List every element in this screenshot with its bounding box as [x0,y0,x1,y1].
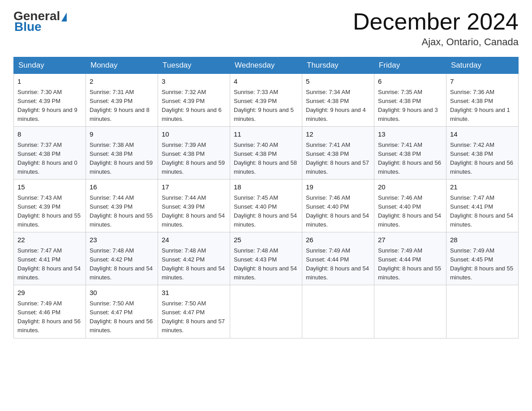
day-number: 6 [378,77,442,87]
calendar-day-cell: 3 Sunrise: 7:32 AMSunset: 4:39 PMDayligh… [158,74,230,127]
day-number: 27 [378,235,442,245]
day-info: Sunrise: 7:41 AMSunset: 4:38 PMDaylight:… [378,141,441,175]
day-info: Sunrise: 7:37 AMSunset: 4:38 PMDaylight:… [17,141,77,175]
day-info: Sunrise: 7:42 AMSunset: 4:38 PMDaylight:… [450,141,513,175]
day-number: 9 [90,129,154,140]
day-number: 11 [234,129,298,140]
day-info: Sunrise: 7:31 AMSunset: 4:39 PMDaylight:… [90,89,150,122]
day-number: 14 [450,129,515,140]
calendar-day-cell: 15 Sunrise: 7:43 AMSunset: 4:39 PMDaylig… [14,180,86,232]
calendar-day-cell: 22 Sunrise: 7:47 AMSunset: 4:41 PMDaylig… [14,232,86,285]
day-info: Sunrise: 7:44 AMSunset: 4:39 PMDaylight:… [162,194,225,228]
calendar-week-row: 29 Sunrise: 7:49 AMSunset: 4:46 PMDaylig… [14,285,519,338]
calendar-day-cell: 14 Sunrise: 7:42 AMSunset: 4:38 PMDaylig… [446,127,519,180]
calendar-day-cell: 19 Sunrise: 7:46 AMSunset: 4:40 PMDaylig… [302,180,374,232]
calendar-week-row: 1 Sunrise: 7:30 AMSunset: 4:39 PMDayligh… [14,74,519,127]
day-number: 18 [234,182,298,193]
day-info: Sunrise: 7:44 AMSunset: 4:39 PMDaylight:… [90,194,153,228]
day-number: 28 [450,235,515,245]
calendar-header-sunday: Sunday [14,57,86,74]
day-info: Sunrise: 7:38 AMSunset: 4:38 PMDaylight:… [90,141,153,175]
day-info: Sunrise: 7:40 AMSunset: 4:38 PMDaylight:… [234,141,297,175]
calendar-day-cell: 4 Sunrise: 7:33 AMSunset: 4:39 PMDayligh… [230,74,302,127]
day-number: 2 [90,77,154,87]
day-number: 12 [306,129,370,140]
calendar-day-cell: 10 Sunrise: 7:39 AMSunset: 4:38 PMDaylig… [158,127,230,180]
calendar-header-saturday: Saturday [446,57,519,74]
day-number: 8 [17,129,82,140]
day-number: 29 [17,288,82,298]
calendar-header-friday: Friday [374,57,446,74]
day-info: Sunrise: 7:48 AMSunset: 4:43 PMDaylight:… [234,247,297,281]
calendar-day-cell: 7 Sunrise: 7:36 AMSunset: 4:38 PMDayligh… [446,74,519,127]
day-number: 26 [306,235,370,245]
day-info: Sunrise: 7:32 AMSunset: 4:39 PMDaylight:… [162,89,222,122]
calendar-day-cell: 11 Sunrise: 7:40 AMSunset: 4:38 PMDaylig… [230,127,302,180]
logo: General Blue [13,9,67,34]
day-number: 16 [90,182,154,193]
day-info: Sunrise: 7:30 AMSunset: 4:39 PMDaylight:… [17,89,77,122]
day-info: Sunrise: 7:41 AMSunset: 4:38 PMDaylight:… [306,141,369,175]
day-number: 30 [90,288,154,298]
day-info: Sunrise: 7:48 AMSunset: 4:42 PMDaylight:… [90,247,153,281]
calendar-day-cell: 8 Sunrise: 7:37 AMSunset: 4:38 PMDayligh… [14,127,86,180]
calendar-table: SundayMondayTuesdayWednesdayThursdayFrid… [13,57,519,338]
calendar-day-cell: 2 Sunrise: 7:31 AMSunset: 4:39 PMDayligh… [86,74,158,127]
calendar-day-cell: 30 Sunrise: 7:50 AMSunset: 4:47 PMDaylig… [86,285,158,338]
calendar-header-row: SundayMondayTuesdayWednesdayThursdayFrid… [14,57,519,74]
page-header: General Blue December 2024 Ajax, Ontario… [13,9,519,48]
calendar-day-cell: 25 Sunrise: 7:48 AMSunset: 4:43 PMDaylig… [230,232,302,285]
calendar-day-cell: 13 Sunrise: 7:41 AMSunset: 4:38 PMDaylig… [374,127,446,180]
calendar-week-row: 8 Sunrise: 7:37 AMSunset: 4:38 PMDayligh… [14,127,519,180]
day-info: Sunrise: 7:48 AMSunset: 4:42 PMDaylight:… [162,247,225,281]
day-info: Sunrise: 7:50 AMSunset: 4:47 PMDaylight:… [162,300,225,334]
calendar-header-thursday: Thursday [302,57,374,74]
day-info: Sunrise: 7:50 AMSunset: 4:47 PMDaylight:… [90,300,153,334]
location: Ajax, Ontario, Canada [353,36,519,48]
day-info: Sunrise: 7:47 AMSunset: 4:41 PMDaylight:… [17,247,81,281]
calendar-day-cell: 24 Sunrise: 7:48 AMSunset: 4:42 PMDaylig… [158,232,230,285]
day-info: Sunrise: 7:49 AMSunset: 4:45 PMDaylight:… [450,247,513,281]
day-number: 19 [306,182,370,193]
calendar-header-monday: Monday [86,57,158,74]
day-info: Sunrise: 7:46 AMSunset: 4:40 PMDaylight:… [378,194,441,228]
logo-blue-text: Blue [14,20,42,34]
calendar-day-cell: 21 Sunrise: 7:47 AMSunset: 4:41 PMDaylig… [446,180,519,232]
calendar-day-cell: 28 Sunrise: 7:49 AMSunset: 4:45 PMDaylig… [446,232,519,285]
day-info: Sunrise: 7:49 AMSunset: 4:44 PMDaylight:… [378,247,441,281]
day-info: Sunrise: 7:49 AMSunset: 4:44 PMDaylight:… [306,247,369,281]
day-number: 5 [306,77,370,87]
day-info: Sunrise: 7:43 AMSunset: 4:39 PMDaylight:… [17,194,81,228]
day-info: Sunrise: 7:36 AMSunset: 4:38 PMDaylight:… [450,89,510,122]
day-number: 1 [17,77,82,87]
day-number: 23 [90,235,154,245]
day-number: 7 [450,77,515,87]
day-number: 20 [378,182,442,193]
calendar-day-cell [446,285,519,338]
title-area: December 2024 Ajax, Ontario, Canada [353,9,519,48]
day-info: Sunrise: 7:33 AMSunset: 4:39 PMDaylight:… [234,89,294,122]
calendar-day-cell: 18 Sunrise: 7:45 AMSunset: 4:40 PMDaylig… [230,180,302,232]
calendar-day-cell: 12 Sunrise: 7:41 AMSunset: 4:38 PMDaylig… [302,127,374,180]
calendar-day-cell: 17 Sunrise: 7:44 AMSunset: 4:39 PMDaylig… [158,180,230,232]
day-number: 25 [234,235,298,245]
calendar-day-cell: 16 Sunrise: 7:44 AMSunset: 4:39 PMDaylig… [86,180,158,232]
day-info: Sunrise: 7:46 AMSunset: 4:40 PMDaylight:… [306,194,369,228]
calendar-day-cell [230,285,302,338]
day-number: 4 [234,77,298,87]
calendar-day-cell [302,285,374,338]
day-info: Sunrise: 7:39 AMSunset: 4:38 PMDaylight:… [162,141,225,175]
calendar-day-cell: 27 Sunrise: 7:49 AMSunset: 4:44 PMDaylig… [374,232,446,285]
day-number: 24 [162,235,226,245]
day-number: 15 [17,182,82,193]
calendar-day-cell: 20 Sunrise: 7:46 AMSunset: 4:40 PMDaylig… [374,180,446,232]
calendar-day-cell [374,285,446,338]
calendar-day-cell: 31 Sunrise: 7:50 AMSunset: 4:47 PMDaylig… [158,285,230,338]
day-info: Sunrise: 7:45 AMSunset: 4:40 PMDaylight:… [234,194,297,228]
calendar-day-cell: 29 Sunrise: 7:49 AMSunset: 4:46 PMDaylig… [14,285,86,338]
calendar-day-cell: 9 Sunrise: 7:38 AMSunset: 4:38 PMDayligh… [86,127,158,180]
day-info: Sunrise: 7:35 AMSunset: 4:38 PMDaylight:… [378,89,438,122]
day-info: Sunrise: 7:49 AMSunset: 4:46 PMDaylight:… [17,300,81,334]
calendar-week-row: 22 Sunrise: 7:47 AMSunset: 4:41 PMDaylig… [14,232,519,285]
day-number: 17 [162,182,226,193]
